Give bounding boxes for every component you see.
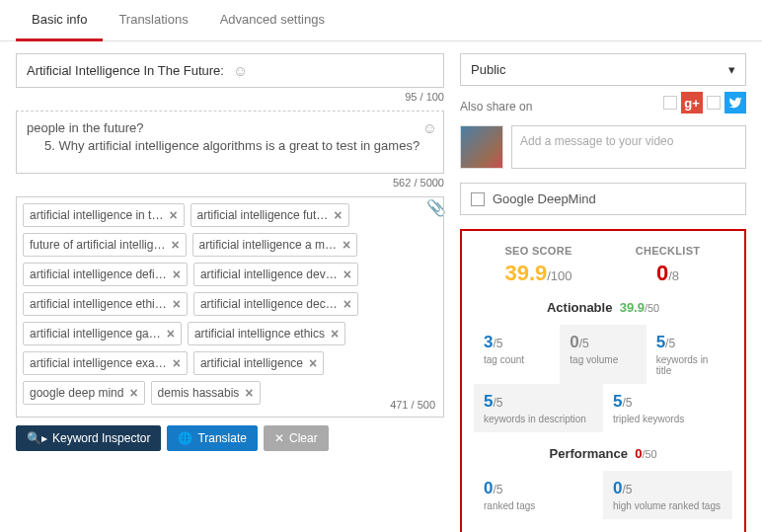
gplus-icon[interactable]: g+ [681,92,703,114]
title-text: Artificial Intelligence In The Future: D… [27,63,227,78]
tag-text: future of artificial intellig… [30,238,165,252]
twitter-checkbox[interactable] [707,96,721,110]
tag-remove-icon[interactable]: × [173,356,181,370]
tag-chip[interactable]: artificial intelligence× [193,351,324,375]
keyword-inspector-button[interactable]: 🔍▸Keyword Inspector [16,425,161,451]
tag-text: artificial intelligence a m… [199,238,337,252]
tag-chip[interactable]: artificial intelligence in t…× [23,203,185,227]
tag-remove-icon[interactable]: × [171,238,179,252]
globe-icon: 🌐 [178,431,192,445]
tile-tag-count: 3/5tag count [474,325,560,384]
tag-text: artificial intellignce ethics [194,327,325,341]
tab-advanced-settings[interactable]: Advanced settings [204,0,341,40]
actionable-value: 39.9 [620,300,645,315]
tag-text: artificial intelligence dev… [200,267,338,281]
tile-tripled: 5/5tripled keywords [603,384,732,432]
tile-tag-volume: 0/5tag volume [560,325,646,384]
tag-remove-icon[interactable]: × [167,327,175,341]
tag-remove-icon[interactable]: × [343,267,351,281]
tile-ranked-tags: 0/5ranked tags [474,471,603,519]
tag-text: artificial intelligence in t… [30,208,163,222]
tag-remove-icon[interactable]: × [309,356,317,370]
title-input[interactable]: Artificial Intelligence In The Future: D… [16,53,444,88]
tag-text: demis hassabis [158,386,240,400]
deepmind-card[interactable]: Google DeepMind [460,183,746,215]
tag-chip[interactable]: artificial intelligence fut…× [190,203,349,227]
tag-remove-icon[interactable]: × [334,208,342,222]
desc-line: people in the future? [27,119,433,137]
share-message-input[interactable]: Add a message to your video [511,125,746,169]
description-input[interactable]: people in the future? 5. Why artificial … [16,111,444,174]
emoji-icon[interactable]: ☺ [422,117,437,138]
tag-text: artificial intelligence ga… [30,327,161,341]
tag-remove-icon[interactable]: × [245,386,253,400]
visibility-value: Public [471,62,505,77]
checklist-value: 0 [656,261,668,285]
tab-basic-info[interactable]: Basic info [16,0,103,41]
user-avatar [460,125,503,169]
tag-text: artificial intelligence defi… [30,267,167,281]
tag-chip[interactable]: demis hassabis× [151,381,261,405]
clear-button[interactable]: ✕Clear [264,425,329,451]
tag-text: google deep mind [30,386,123,400]
tag-chip[interactable]: artificial intelligence exa…× [23,351,188,375]
tag-remove-icon[interactable]: × [331,327,339,341]
tile-high-volume: 0/5high volume ranked tags [603,471,732,519]
tag-remove-icon[interactable]: × [343,297,351,311]
description-counter: 562 / 5000 [16,174,444,196]
seo-panel: SEO SCORE 39.9/100 CHECKLIST 0/8 Actiona… [460,229,746,532]
tag-chip[interactable]: artificial intelligence ethi…× [23,292,188,316]
tabs-bar: Basic info Translations Advanced setting… [0,0,762,41]
tag-chip[interactable]: future of artificial intellig…× [23,233,187,257]
tag-text: artificial intelligence ethi… [30,297,167,311]
tag-chip[interactable]: artificial intelligence dev…× [193,263,358,286]
translate-button[interactable]: 🌐Translate [167,425,258,451]
tag-chip[interactable]: artificial intelligence dec…× [193,292,358,316]
tag-text: artificial intelligence exa… [30,356,167,370]
tag-text: artificial intelligence fut… [197,208,329,222]
chevron-down-icon: ▾ [728,62,735,77]
emoji-icon[interactable]: ☺ [233,62,433,79]
tag-text: artificial intelligence [200,356,303,370]
tags-input[interactable]: artificial intelligence in t…×artificial… [16,196,444,418]
tag-text: artificial intelligence dec… [200,297,338,311]
twitter-icon[interactable] [724,92,746,114]
tag-chip[interactable]: artificial intellignce ethics× [188,322,345,345]
gplus-checkbox[interactable] [663,96,677,110]
card-label: Google DeepMind [493,191,596,206]
seo-score-label: SEO SCORE [474,245,603,257]
tag-chip[interactable]: artificial intelligence a m…× [192,233,358,257]
card-icon [471,192,485,206]
tag-remove-icon[interactable]: × [343,238,350,252]
tab-translations[interactable]: Translations [103,0,203,40]
seo-score-value: 39.9 [504,261,547,285]
tag-remove-icon[interactable]: × [173,267,181,281]
inspector-icon: 🔍▸ [27,431,47,445]
tag-remove-icon[interactable]: × [173,297,181,311]
checklist-label: CHECKLIST [603,245,732,257]
title-counter: 95 / 100 [16,88,444,111]
visibility-select[interactable]: Public ▾ [460,53,746,86]
tag-chip[interactable]: artificial intelligence ga…× [23,322,182,345]
share-label: Also share on [460,100,532,114]
tile-keywords-desc: 5/5keywords in description [474,384,603,432]
close-icon: ✕ [274,431,284,445]
tag-remove-icon[interactable]: × [169,208,177,222]
tag-chip[interactable]: artificial intelligence defi…× [23,263,188,286]
tag-remove-icon[interactable]: × [129,386,137,400]
tag-chip[interactable]: google deep mind× [23,381,145,405]
desc-line: 5. Why artificial intelligence algorithm… [27,137,433,155]
tags-counter: 471 / 500 [390,399,435,411]
tile-keywords-title: 5/5keywords in title [647,325,732,384]
